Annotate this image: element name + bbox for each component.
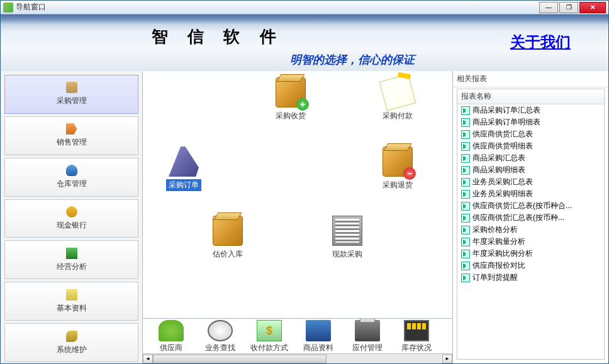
sidebar-item-label: 基本资料 bbox=[57, 303, 87, 314]
sidebar-item-2[interactable]: 仓库管理 bbox=[4, 158, 138, 197]
report-row-9[interactable]: 供应商供货汇总表(按币种... bbox=[457, 212, 604, 224]
app-icon bbox=[3, 3, 13, 13]
report-row-14[interactable]: 订单到货提醒 bbox=[457, 272, 604, 284]
tool-item-5[interactable]: 库存状况 bbox=[392, 320, 441, 353]
report-icon bbox=[461, 238, 470, 246]
canvas-item-0[interactable]: +采购收货 bbox=[262, 77, 319, 122]
card-icon bbox=[379, 74, 416, 111]
sidebar: 采购管理销售管理仓库管理现金银行经营分析基本资料系统维护 bbox=[1, 71, 143, 363]
minus-badge-icon: − bbox=[403, 167, 416, 180]
scroll-right-button[interactable]: ► bbox=[442, 355, 452, 363]
banner-subtitle: 明智的选择，信心的保证 bbox=[290, 52, 415, 67]
close-button[interactable] bbox=[579, 2, 606, 13]
report-row-8[interactable]: 供应商供货汇总表(按币种合... bbox=[457, 200, 604, 212]
reports-section-title: 相关报表 bbox=[453, 71, 608, 87]
banner: 智 信 软 件 明智的选择，信心的保证 关于我们 bbox=[1, 14, 608, 71]
sidebar-item-3[interactable]: 现金银行 bbox=[4, 199, 138, 238]
report-row-1[interactable]: 商品采购订单明细表 bbox=[457, 116, 604, 128]
tool-item-2[interactable]: 收付款方式 bbox=[245, 320, 294, 353]
canvas-item-label: 估价入库 bbox=[210, 248, 245, 260]
report-row-3[interactable]: 供应商供货明细表 bbox=[457, 140, 604, 152]
report-label: 订单到货提醒 bbox=[472, 272, 518, 283]
hand-icon bbox=[159, 320, 184, 341]
si-money-icon bbox=[66, 206, 77, 218]
report-row-6[interactable]: 业务员采购汇总表 bbox=[457, 176, 604, 188]
sidebar-item-label: 经营分析 bbox=[57, 262, 87, 272]
canvas-item-4[interactable]: 估价入库 bbox=[199, 216, 256, 260]
report-label: 供应商供货汇总表(按币种合... bbox=[472, 201, 572, 211]
toolbar-scrollbar[interactable]: ◄ ► bbox=[143, 353, 452, 363]
tool-item-label: 供应商 bbox=[160, 343, 182, 353]
report-label: 商品采购订单汇总表 bbox=[472, 105, 540, 116]
report-label: 年度采购量分析 bbox=[472, 236, 525, 247]
report-row-11[interactable]: 年度采购量分析 bbox=[457, 236, 604, 248]
money-icon bbox=[257, 320, 282, 341]
reports-list: 商品采购订单汇总表商品采购订单明细表供应商供货汇总表供应商供货明细表商品采购汇总… bbox=[457, 104, 604, 359]
report-icon bbox=[461, 118, 470, 127]
report-row-12[interactable]: 年度采购比例分析 bbox=[457, 248, 604, 260]
building-icon bbox=[332, 216, 362, 246]
sidebar-item-label: 仓库管理 bbox=[57, 179, 87, 189]
maximize-button[interactable] bbox=[559, 2, 578, 13]
report-icon bbox=[461, 142, 470, 151]
report-row-13[interactable]: 供应商报价对比 bbox=[457, 260, 604, 272]
report-row-7[interactable]: 业务员采购明细表 bbox=[457, 188, 604, 200]
tool-item-3[interactable]: 商品资料 bbox=[294, 320, 343, 353]
window-controls bbox=[539, 2, 606, 13]
report-label: 供应商供货汇总表(按币种... bbox=[472, 212, 564, 223]
printer-icon bbox=[355, 320, 380, 341]
report-row-5[interactable]: 商品采购明细表 bbox=[457, 164, 604, 176]
report-icon bbox=[461, 262, 470, 270]
report-label: 年度采购比例分析 bbox=[472, 248, 533, 259]
window-title: 导航窗口 bbox=[16, 2, 539, 13]
sidebar-item-label: 系统维护 bbox=[57, 345, 87, 355]
sidebar-item-label: 销售管理 bbox=[57, 137, 87, 148]
sidebar-item-5[interactable]: 基本资料 bbox=[4, 282, 138, 321]
tool-item-1[interactable]: 业务查找 bbox=[196, 320, 245, 353]
scroll-left-button[interactable]: ◄ bbox=[143, 355, 153, 363]
report-icon bbox=[461, 202, 470, 211]
scroll-thumb[interactable] bbox=[153, 355, 327, 363]
canvas-item-label: 采购退货 bbox=[380, 179, 415, 191]
sidebar-item-4[interactable]: 经营分析 bbox=[4, 240, 138, 279]
si-cart-icon bbox=[66, 82, 77, 93]
si-tag-icon bbox=[66, 123, 77, 135]
report-icon bbox=[461, 190, 470, 199]
lens-icon bbox=[208, 320, 233, 341]
tool-item-label: 应付管理 bbox=[352, 343, 383, 353]
broom-icon bbox=[169, 146, 199, 177]
sidebar-item-6[interactable]: 系统维护 bbox=[4, 323, 138, 362]
report-label: 供应商报价对比 bbox=[472, 260, 525, 271]
reports-box: 报表名称 商品采购订单汇总表商品采购订单明细表供应商供货汇总表供应商供货明细表商… bbox=[457, 89, 605, 360]
si-doc-icon bbox=[66, 289, 77, 301]
canvas-item-label: 采购订单 bbox=[166, 179, 201, 191]
canvas-item-1[interactable]: 采购付款 bbox=[369, 77, 426, 122]
report-row-4[interactable]: 商品采购汇总表 bbox=[457, 152, 604, 164]
report-row-10[interactable]: 采购价格分析 bbox=[457, 224, 604, 236]
tool-item-4[interactable]: 应付管理 bbox=[343, 320, 392, 353]
tool-item-0[interactable]: 供应商 bbox=[147, 320, 196, 353]
report-label: 商品采购订单明细表 bbox=[472, 117, 540, 128]
tool-item-label: 业务查找 bbox=[205, 343, 235, 353]
toolbar-items: 供应商业务查找收付款方式商品资料应付管理库存状况 bbox=[143, 319, 452, 353]
report-row-0[interactable]: 商品采购订单汇总表 bbox=[457, 104, 604, 116]
canvas-item-2[interactable]: 采购订单 bbox=[155, 146, 212, 191]
scroll-track[interactable] bbox=[153, 355, 442, 363]
report-row-2[interactable]: 供应商供货汇总表 bbox=[457, 128, 604, 140]
app-window: 导航窗口 智 信 软 件 明智的选择，信心的保证 关于我们 采购管理销售管理仓库… bbox=[0, 0, 609, 364]
canvas-item-3[interactable]: −采购退货 bbox=[369, 146, 426, 191]
about-link[interactable]: 关于我们 bbox=[510, 32, 571, 52]
box3d-icon bbox=[213, 216, 243, 246]
folder-icon bbox=[306, 320, 331, 341]
canvas-item-label: 采购收货 bbox=[273, 110, 308, 122]
sidebar-item-1[interactable]: 销售管理 bbox=[4, 116, 138, 155]
report-icon bbox=[461, 250, 470, 258]
canvas-item-5[interactable]: 现款采购 bbox=[319, 216, 376, 260]
sidebar-item-label: 现金银行 bbox=[57, 220, 87, 231]
sidebar-item-0[interactable]: 采购管理 bbox=[4, 75, 138, 114]
minimize-button[interactable] bbox=[539, 2, 558, 13]
screen-icon bbox=[404, 320, 429, 341]
tool-item-label: 库存状况 bbox=[401, 343, 432, 353]
tool-item-label: 商品资料 bbox=[303, 343, 333, 353]
report-label: 供应商供货汇总表 bbox=[472, 129, 533, 140]
